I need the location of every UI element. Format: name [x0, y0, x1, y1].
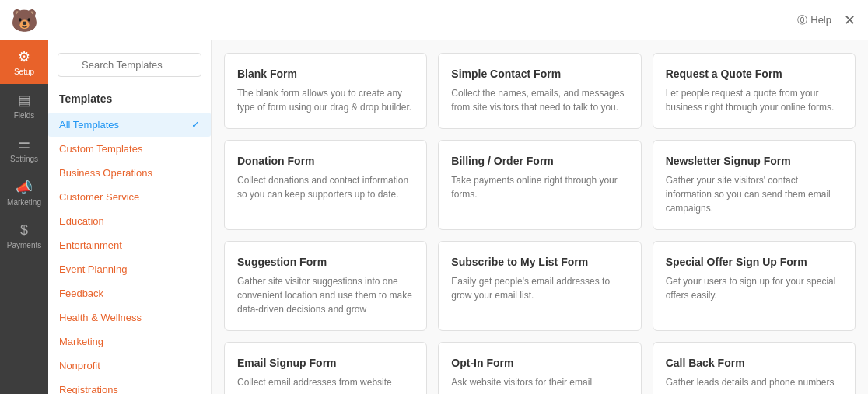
nav-item-setup[interactable]: ⚙ Setup	[0, 40, 48, 84]
sidebar-item-event-planning[interactable]: Event Planning	[48, 257, 211, 281]
template-card-desc: Gather your site visitors' contact infor…	[666, 173, 842, 215]
close-button[interactable]: ✕	[844, 12, 856, 29]
nav-label-settings: Settings	[10, 155, 38, 163]
template-card-desc: Take payments online right through your …	[451, 173, 628, 201]
template-card-desc: Easily get people's email addresses to g…	[451, 274, 628, 302]
sidebar-heading: Templates	[48, 89, 211, 113]
sidebar: 🔍 Templates All Templates ✓ Custom Templ…	[48, 40, 212, 394]
template-card-email-signup-form[interactable]: Email Signup Form Collect email addresse…	[224, 342, 427, 394]
template-card-donation-form[interactable]: Donation Form Collect donations and cont…	[224, 140, 427, 230]
template-card-desc: Ask website visitors for their email	[451, 375, 628, 389]
sidebar-item-all-templates[interactable]: All Templates ✓	[48, 113, 211, 137]
sidebar-item-health-wellness[interactable]: Health & Wellness	[48, 305, 211, 329]
template-card-desc: Gather leads details and phone numbers	[666, 375, 842, 389]
template-card-call-back-form[interactable]: Call Back Form Gather leads details and …	[653, 342, 856, 394]
search-box-wrap: 🔍	[48, 53, 211, 89]
nav-bar: 🐻 ⚙ Setup ▤ Fields ⚌ Settings 📣 Marketin…	[0, 0, 48, 394]
nav-item-payments[interactable]: $ Payments	[0, 214, 48, 257]
template-card-simple-contact-form[interactable]: Simple Contact Form Collect the names, e…	[438, 53, 641, 129]
sidebar-item-education[interactable]: Education	[48, 209, 211, 233]
sidebar-item-label-entertainment: Entertainment	[59, 239, 122, 251]
settings-icon: ⚌	[18, 135, 30, 152]
top-bar: ⓪ Help ✕	[48, 0, 868, 40]
sidebar-item-label-customer-service: Customer Service	[59, 191, 139, 203]
template-card-title: Email Signup Form	[237, 357, 414, 369]
checkmark-icon: ✓	[191, 119, 200, 131]
template-card-billing-order-form[interactable]: Billing / Order Form Take payments onlin…	[438, 140, 641, 230]
template-card-title: Newsletter Signup Form	[666, 155, 842, 167]
nav-label-marketing: Marketing	[7, 198, 41, 207]
sidebar-item-label-nonprofit: Nonprofit	[59, 360, 100, 371]
sidebar-item-customer-service[interactable]: Customer Service	[48, 185, 211, 209]
help-button[interactable]: ⓪ Help	[797, 13, 831, 27]
template-card-newsletter-signup-form[interactable]: Newsletter Signup Form Gather your site …	[653, 140, 856, 230]
marketing-icon: 📣	[16, 179, 33, 196]
template-card-title: Suggestion Form	[237, 256, 414, 268]
sidebar-item-registrations[interactable]: Registrations	[48, 378, 211, 394]
template-card-title: Donation Form	[237, 155, 414, 167]
template-card-desc: Gather site visitor suggestions into one…	[237, 274, 414, 316]
search-input[interactable]	[58, 53, 201, 77]
logo-icon: 🐻	[11, 8, 38, 33]
content-area: 🔍 Templates All Templates ✓ Custom Templ…	[48, 40, 868, 394]
template-card-request-quote-form[interactable]: Request a Quote Form Let people request …	[653, 53, 856, 129]
nav-label-setup: Setup	[14, 68, 34, 76]
template-card-subscribe-list-form[interactable]: Subscribe to My List Form Easily get peo…	[438, 241, 641, 331]
sidebar-item-label-education: Education	[59, 215, 104, 227]
template-card-title: Simple Contact Form	[451, 68, 628, 80]
sidebar-item-label-health: Health & Wellness	[59, 312, 142, 323]
setup-icon: ⚙	[18, 48, 30, 65]
payments-icon: $	[20, 222, 28, 239]
sidebar-item-label-all: All Templates	[59, 119, 119, 131]
template-card-title: Opt-In Form	[451, 357, 628, 369]
template-card-special-offer-signup[interactable]: Special Offer Sign Up Form Get your user…	[653, 241, 856, 331]
template-card-desc: Collect donations and contact informatio…	[237, 173, 414, 201]
template-card-title: Request a Quote Form	[666, 68, 842, 80]
sidebar-item-custom-templates[interactable]: Custom Templates	[48, 137, 211, 161]
template-card-blank-form[interactable]: Blank Form The blank form allows you to …	[224, 53, 427, 129]
template-card-title: Billing / Order Form	[451, 155, 628, 167]
nav-item-fields[interactable]: ▤ Fields	[0, 84, 48, 127]
template-card-desc: Collect the names, emails, and messages …	[451, 86, 628, 114]
template-card-title: Subscribe to My List Form	[451, 256, 628, 268]
search-wrap: 🔍	[58, 53, 201, 77]
main-area: ⓪ Help ✕ 🔍 Templates All Templates ✓	[48, 0, 868, 394]
templates-grid: Blank Form The blank form allows you to …	[224, 53, 856, 394]
template-card-desc: Get your users to sign up for your speci…	[666, 274, 842, 302]
sidebar-item-label-event-planning: Event Planning	[59, 263, 127, 275]
template-card-opt-in-form[interactable]: Opt-In Form Ask website visitors for the…	[438, 342, 641, 394]
template-card-title: Blank Form	[237, 68, 414, 80]
help-circle-icon: ⓪	[797, 13, 807, 27]
sidebar-item-label-registrations: Registrations	[59, 384, 118, 394]
templates-area: Blank Form The blank form allows you to …	[212, 40, 868, 394]
app-logo: 🐻	[0, 0, 48, 40]
sidebar-item-label-custom: Custom Templates	[59, 143, 142, 155]
nav-label-fields: Fields	[14, 111, 35, 120]
nav-label-payments: Payments	[7, 241, 41, 249]
sidebar-item-label-marketing: Marketing	[59, 336, 103, 347]
sidebar-item-nonprofit[interactable]: Nonprofit	[48, 354, 211, 378]
sidebar-item-label-feedback: Feedback	[59, 288, 103, 299]
sidebar-item-business-operations[interactable]: Business Operations	[48, 161, 211, 185]
template-card-desc: Let people request a quote from your bus…	[666, 86, 842, 114]
template-card-desc: Collect email addresses from website	[237, 375, 414, 389]
sidebar-item-label-business: Business Operations	[59, 167, 152, 179]
help-label: Help	[810, 14, 831, 26]
template-card-title: Special Offer Sign Up Form	[666, 256, 842, 268]
sidebar-item-feedback[interactable]: Feedback	[48, 281, 211, 305]
fields-icon: ▤	[18, 92, 31, 109]
nav-item-settings[interactable]: ⚌ Settings	[0, 127, 48, 171]
template-card-title: Call Back Form	[666, 357, 842, 369]
sidebar-item-entertainment[interactable]: Entertainment	[48, 233, 211, 257]
template-card-desc: The blank form allows you to create any …	[237, 86, 414, 114]
template-card-suggestion-form[interactable]: Suggestion Form Gather site visitor sugg…	[224, 241, 427, 331]
nav-item-marketing[interactable]: 📣 Marketing	[0, 171, 48, 214]
sidebar-item-marketing[interactable]: Marketing	[48, 329, 211, 354]
